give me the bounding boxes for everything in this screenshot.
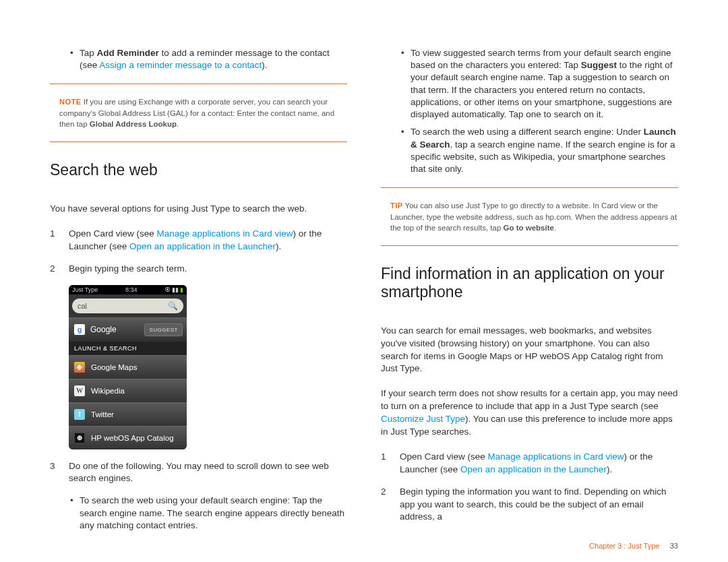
heading-find-info: Find information in an application on yo…: [381, 265, 678, 301]
google-icon: g: [74, 324, 85, 335]
status-app-name: Just Type: [72, 286, 98, 293]
wikipedia-icon: W: [74, 385, 85, 396]
para-search-messages: You can search for email messages, web b…: [381, 325, 678, 376]
tip-block: TIP You can also use Just Type to go dir…: [381, 200, 678, 233]
tip-label: TIP: [390, 201, 403, 210]
note-label: NOTE: [59, 98, 82, 106]
step-1: 1 Open Card view (see Manage application…: [50, 228, 347, 253]
link-open-launcher[interactable]: Open an application in the Launcher: [129, 241, 276, 251]
row-wikipedia[interactable]: W Wikipedia: [69, 379, 187, 402]
battery-icon: ▮: [180, 286, 183, 293]
link-assign-reminder[interactable]: Assign a reminder message to a contact: [99, 60, 262, 70]
twitter-icon: t: [74, 409, 85, 420]
bold-suggest: Suggest: [581, 60, 617, 70]
search-value: cal: [78, 302, 87, 310]
hp-icon: ⊕: [74, 433, 85, 443]
signal-icon: ▮▮: [172, 286, 179, 293]
page-footer: Chapter 3 : Just Type 33: [589, 542, 678, 550]
footer-page-number: 33: [670, 542, 678, 550]
launch-search-header: LAUNCH & SEARCH: [69, 342, 187, 355]
link-open-launcher-right[interactable]: Open an application in the Launcher: [460, 464, 607, 474]
google-label: Google: [90, 325, 117, 334]
footer-chapter: Chapter 3 : Just Type: [589, 542, 659, 550]
heading-search-web: Search the web: [50, 161, 347, 179]
divider: [381, 187, 678, 188]
row-app-catalog[interactable]: ⊕ HP webOS App Catalog: [69, 426, 187, 449]
search-input[interactable]: cal 🔍: [72, 299, 183, 313]
para-customize: If your search term does not show result…: [381, 387, 678, 439]
suggest-button[interactable]: SUGGEST: [144, 323, 183, 336]
gmaps-icon: ◆: [74, 362, 85, 373]
right-step-2: 2 Begin typing the information you want …: [381, 486, 678, 524]
right-step-1: 1 Open Card view (see Manage application…: [381, 451, 678, 476]
link-manage-apps-right[interactable]: Manage applications in Card view: [488, 451, 624, 462]
status-time: 8:34: [125, 286, 138, 293]
link-manage-apps[interactable]: Manage applications in Card view: [157, 228, 293, 239]
row-twitter[interactable]: t Twitter: [69, 402, 187, 426]
phone-statusbar: Just Type 8:34 ⦿ ▮▮ ▮: [69, 285, 187, 294]
divider: [50, 84, 347, 84]
divider: [381, 245, 678, 246]
divider: [50, 142, 347, 142]
intro-paragraph: You have several options for using Just …: [50, 203, 347, 216]
bullet-default-engine: • To search the web using your default s…: [50, 495, 347, 532]
text-pre: Tap: [80, 48, 97, 58]
tip-post: .: [554, 224, 556, 232]
note-post: .: [177, 120, 179, 128]
note-block: NOTE If you are using Exchange with a co…: [50, 96, 347, 129]
note-bold: Global Address Lookup: [90, 120, 177, 128]
tip-bold: Go to website: [504, 224, 554, 232]
step-3: 3 Do one of the following. You may need …: [50, 460, 347, 486]
google-row[interactable]: g Google SUGGEST: [69, 317, 187, 342]
phone-screenshot: Just Type 8:34 ⦿ ▮▮ ▮ cal 🔍 g Google: [69, 285, 187, 449]
link-customize-just-type[interactable]: Customize Just Type: [381, 414, 465, 424]
row-google-maps[interactable]: ◆ Google Maps: [69, 355, 187, 379]
wifi-icon: ⦿: [164, 286, 171, 293]
bullet-suggested-terms: • To view suggested search terms from yo…: [381, 47, 678, 121]
bullet-add-reminder: • Tap Add Reminder to add a reminder mes…: [50, 47, 347, 71]
step-2: 2 Begin typing the search term.: [50, 263, 347, 276]
text-post: ).: [262, 60, 267, 70]
phone-search-row: cal 🔍: [69, 294, 187, 317]
bullet-different-engine: • To search the web using a different se…: [381, 126, 678, 175]
bold-add-reminder: Add Reminder: [97, 48, 159, 58]
search-icon: 🔍: [168, 301, 178, 311]
